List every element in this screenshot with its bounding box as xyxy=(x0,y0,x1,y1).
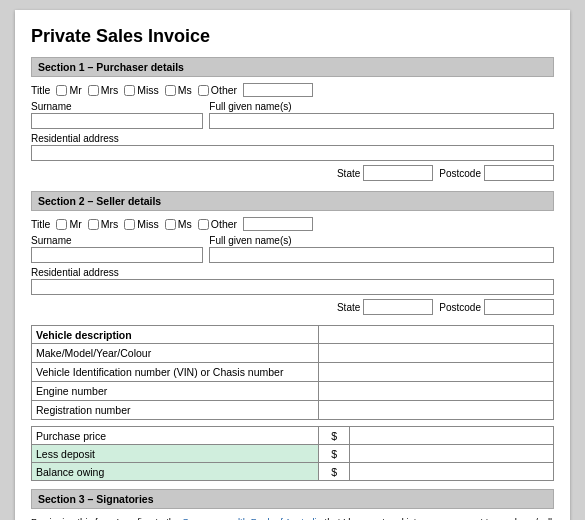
price-row-0: Purchase price $ xyxy=(32,427,554,445)
vehicle-field-1[interactable] xyxy=(323,365,549,379)
section2-mr-checkbox[interactable] xyxy=(56,219,67,230)
section1-title-label: Title xyxy=(31,84,50,96)
section2-mr-group[interactable]: Mr xyxy=(56,218,81,230)
section1-mrs-checkbox[interactable] xyxy=(88,85,99,96)
section1-ms-checkbox[interactable] xyxy=(165,85,176,96)
section1-name-row: Surname Full given name(s) xyxy=(31,101,554,129)
price-amount-1[interactable] xyxy=(350,445,554,463)
section2-miss-checkbox[interactable] xyxy=(124,219,135,230)
section2-title-row: Title Mr Mrs Miss Ms Other xyxy=(31,217,554,231)
vehicle-header-value xyxy=(319,326,554,344)
section2-fullname-label: Full given name(s) xyxy=(209,235,554,246)
section2-other-checkbox[interactable] xyxy=(198,219,209,230)
section1-surname-label: Surname xyxy=(31,101,203,112)
vehicle-table: Vehicle description Make/Model/Year/Colo… xyxy=(31,325,554,420)
section1-state-label: State xyxy=(337,168,360,179)
section1-postcode-group: Postcode xyxy=(439,165,554,181)
section2-fullname-input[interactable] xyxy=(209,247,554,263)
price-field-2[interactable] xyxy=(354,465,549,478)
section2-postcode-input[interactable] xyxy=(484,299,554,315)
section1-mrs-group[interactable]: Mrs xyxy=(88,84,119,96)
section2-ms-group[interactable]: Ms xyxy=(165,218,192,230)
vehicle-input-1[interactable] xyxy=(319,363,554,382)
price-dollar-1: $ xyxy=(319,445,350,463)
section1-mrs-label: Mrs xyxy=(101,84,119,96)
price-row-2: Balance owing $ xyxy=(32,463,554,481)
price-amount-2[interactable] xyxy=(350,463,554,481)
vehicle-header-row: Vehicle description xyxy=(32,326,554,344)
section1-postcode-label: Postcode xyxy=(439,168,481,179)
section2-mr-label: Mr xyxy=(69,218,81,230)
vehicle-label-3: Registration number xyxy=(32,401,319,420)
section2-mrs-label: Mrs xyxy=(101,218,119,230)
price-label-2: Balance owing xyxy=(32,463,319,481)
price-field-1[interactable] xyxy=(354,447,549,460)
section2-postcode-group: Postcode xyxy=(439,299,554,315)
vehicle-label-0: Make/Model/Year/Colour xyxy=(32,344,319,363)
section2-address-input[interactable] xyxy=(31,279,554,295)
vehicle-field-3[interactable] xyxy=(323,403,549,417)
section2-name-row: Surname Full given name(s) xyxy=(31,235,554,263)
section2-mrs-checkbox[interactable] xyxy=(88,219,99,230)
section2-other-group[interactable]: Other xyxy=(198,218,237,230)
price-label-1: Less deposit xyxy=(32,445,319,463)
price-field-0[interactable] xyxy=(354,429,549,442)
price-table: Purchase price $ Less deposit $ Balance … xyxy=(31,426,554,481)
section1-miss-group[interactable]: Miss xyxy=(124,84,159,96)
section1-other-checkbox[interactable] xyxy=(198,85,209,96)
vehicle-row-2: Engine number xyxy=(32,382,554,401)
section1-fullname-label: Full given name(s) xyxy=(209,101,554,112)
section1-header: Section 1 – Purchaser details xyxy=(31,57,554,77)
section2-address-label: Residential address xyxy=(31,267,554,278)
vehicle-field-2[interactable] xyxy=(323,384,549,398)
section2-other-input[interactable] xyxy=(243,217,313,231)
bank-name: Commonwealth Bank of Australia xyxy=(182,516,322,520)
section2-mrs-group[interactable]: Mrs xyxy=(88,218,119,230)
vehicle-input-0[interactable] xyxy=(319,344,554,363)
section1-fullname-group: Full given name(s) xyxy=(209,101,554,129)
section1-miss-checkbox[interactable] xyxy=(124,85,135,96)
section1-miss-label: Miss xyxy=(137,84,159,96)
section1-other-label: Other xyxy=(211,84,237,96)
section1: Section 1 – Purchaser details Title Mr M… xyxy=(31,57,554,181)
section2-miss-group[interactable]: Miss xyxy=(124,218,159,230)
section1-state-group: State xyxy=(337,165,433,181)
section1-mr-group[interactable]: Mr xyxy=(56,84,81,96)
price-dollar-0: $ xyxy=(319,427,350,445)
page-title: Private Sales Invoice xyxy=(31,26,554,47)
section1-other-input[interactable] xyxy=(243,83,313,97)
section1-ms-group[interactable]: Ms xyxy=(165,84,192,96)
price-amount-0[interactable] xyxy=(350,427,554,445)
section2-header: Section 2 – Seller details xyxy=(31,191,554,211)
price-label-0: Purchase price xyxy=(32,427,319,445)
section2-state-label: State xyxy=(337,302,360,313)
section1-postcode-input[interactable] xyxy=(484,165,554,181)
section1-mr-checkbox[interactable] xyxy=(56,85,67,96)
vehicle-input-3[interactable] xyxy=(319,401,554,420)
vehicle-row-1: Vehicle Identification number (VIN) or C… xyxy=(32,363,554,382)
section1-other-group[interactable]: Other xyxy=(198,84,237,96)
section2-address-row: Residential address xyxy=(31,267,554,295)
section1-address-input[interactable] xyxy=(31,145,554,161)
section1-ms-label: Ms xyxy=(178,84,192,96)
vehicle-header-label: Vehicle description xyxy=(32,326,319,344)
price-row-1: Less deposit $ xyxy=(32,445,554,463)
section3-text: By signing this form I confirm to the Co… xyxy=(31,515,554,520)
section2-surname-input[interactable] xyxy=(31,247,203,263)
section2-fullname-group: Full given name(s) xyxy=(209,235,554,263)
section1-state-input[interactable] xyxy=(363,165,433,181)
section2: Section 2 – Seller details Title Mr Mrs … xyxy=(31,191,554,315)
vehicle-row-0: Make/Model/Year/Colour xyxy=(32,344,554,363)
section2-ms-checkbox[interactable] xyxy=(165,219,176,230)
vehicle-row-3: Registration number xyxy=(32,401,554,420)
section2-state-input[interactable] xyxy=(363,299,433,315)
section2-state-group: State xyxy=(337,299,433,315)
vehicle-label-1: Vehicle Identification number (VIN) or C… xyxy=(32,363,319,382)
vehicle-field-0[interactable] xyxy=(323,346,549,360)
vehicle-input-2[interactable] xyxy=(319,382,554,401)
invoice-page: Private Sales Invoice Section 1 – Purcha… xyxy=(15,10,570,520)
section1-surname-input[interactable] xyxy=(31,113,203,129)
section1-fullname-input[interactable] xyxy=(209,113,554,129)
section2-postcode-label: Postcode xyxy=(439,302,481,313)
section1-title-row: Title Mr Mrs Miss Ms Other xyxy=(31,83,554,97)
